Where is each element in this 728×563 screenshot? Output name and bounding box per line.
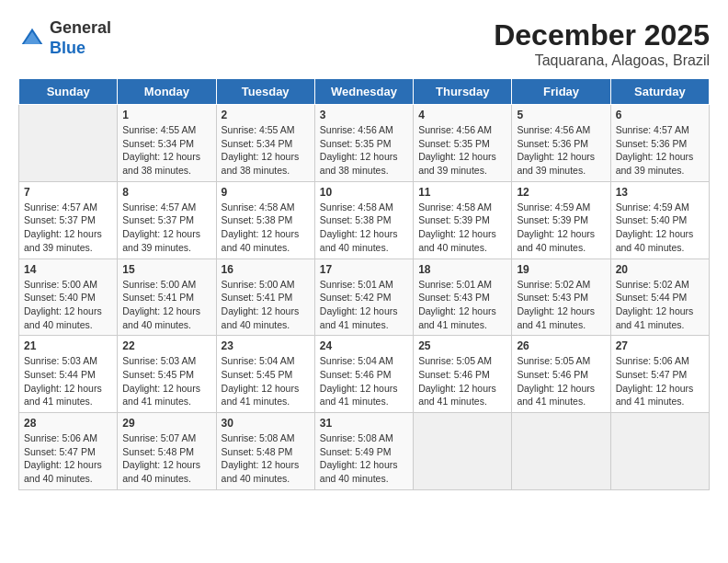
day-info: Sunrise: 5:04 AM Sunset: 5:45 PM Dayligh…	[222, 354, 310, 408]
table-row: 9Sunrise: 4:58 AM Sunset: 5:38 PM Daylig…	[216, 181, 314, 259]
table-row	[610, 413, 709, 490]
day-number: 4	[418, 109, 506, 121]
table-row: 24Sunrise: 5:04 AM Sunset: 5:46 PM Dayli…	[314, 336, 413, 413]
logo-text: General Blue	[50, 18, 111, 58]
day-info: Sunrise: 5:00 AM Sunset: 5:41 PM Dayligh…	[122, 278, 210, 332]
table-row: 10Sunrise: 4:58 AM Sunset: 5:38 PM Dayli…	[314, 181, 413, 259]
day-number: 28	[24, 417, 112, 430]
logo-icon	[18, 25, 46, 52]
table-row: 2Sunrise: 4:55 AM Sunset: 5:34 PM Daylig…	[216, 105, 314, 182]
day-number: 9	[222, 186, 310, 199]
table-row: 8Sunrise: 4:57 AM Sunset: 5:37 PM Daylig…	[118, 181, 216, 259]
day-number: 29	[122, 417, 210, 430]
day-number: 24	[320, 339, 408, 352]
logo: General Blue	[18, 18, 111, 58]
table-row: 28Sunrise: 5:06 AM Sunset: 5:47 PM Dayli…	[19, 413, 118, 490]
col-saturday: Saturday	[610, 79, 709, 105]
table-row: 5Sunrise: 4:56 AM Sunset: 5:36 PM Daylig…	[512, 105, 610, 182]
day-number: 8	[122, 186, 210, 199]
day-number: 25	[418, 339, 506, 352]
table-row: 15Sunrise: 5:00 AM Sunset: 5:41 PM Dayli…	[118, 259, 216, 336]
table-row: 31Sunrise: 5:08 AM Sunset: 5:49 PM Dayli…	[314, 413, 413, 490]
day-info: Sunrise: 4:57 AM Sunset: 5:37 PM Dayligh…	[24, 201, 112, 255]
day-number: 31	[320, 417, 408, 430]
table-row: 16Sunrise: 5:00 AM Sunset: 5:41 PM Dayli…	[216, 259, 314, 336]
table-row: 12Sunrise: 4:59 AM Sunset: 5:39 PM Dayli…	[512, 181, 610, 259]
day-number: 7	[24, 186, 112, 199]
day-number: 13	[616, 186, 704, 199]
day-number: 19	[517, 263, 605, 276]
day-number: 23	[222, 339, 310, 352]
day-info: Sunrise: 4:58 AM Sunset: 5:39 PM Dayligh…	[418, 201, 506, 255]
calendar-week-row: 14Sunrise: 5:00 AM Sunset: 5:40 PM Dayli…	[19, 259, 710, 336]
day-number: 11	[418, 186, 506, 199]
subtitle: Taquarana, Alagoas, Brazil	[494, 52, 710, 69]
day-number: 21	[24, 339, 112, 352]
calendar-week-row: 21Sunrise: 5:03 AM Sunset: 5:44 PM Dayli…	[19, 336, 710, 413]
day-number: 30	[222, 417, 310, 430]
calendar-week-row: 1Sunrise: 4:55 AM Sunset: 5:34 PM Daylig…	[19, 105, 710, 182]
table-row: 25Sunrise: 5:05 AM Sunset: 5:46 PM Dayli…	[414, 336, 512, 413]
day-info: Sunrise: 5:04 AM Sunset: 5:46 PM Dayligh…	[320, 354, 408, 408]
day-info: Sunrise: 5:03 AM Sunset: 5:45 PM Dayligh…	[122, 354, 210, 408]
day-number: 17	[320, 263, 408, 276]
table-row	[414, 413, 512, 490]
day-number: 16	[222, 263, 310, 276]
table-row: 19Sunrise: 5:02 AM Sunset: 5:43 PM Dayli…	[512, 259, 610, 336]
day-info: Sunrise: 5:06 AM Sunset: 5:47 PM Dayligh…	[24, 431, 112, 486]
table-row: 22Sunrise: 5:03 AM Sunset: 5:45 PM Dayli…	[118, 336, 216, 413]
day-info: Sunrise: 4:57 AM Sunset: 5:36 PM Dayligh…	[616, 123, 704, 178]
col-friday: Friday	[512, 79, 610, 105]
calendar-week-row: 28Sunrise: 5:06 AM Sunset: 5:47 PM Dayli…	[19, 413, 710, 490]
table-row: 3Sunrise: 4:56 AM Sunset: 5:35 PM Daylig…	[314, 105, 413, 182]
main-title: December 2025	[494, 18, 710, 52]
day-number: 14	[24, 263, 112, 276]
table-row: 4Sunrise: 4:56 AM Sunset: 5:35 PM Daylig…	[414, 105, 512, 182]
table-row: 14Sunrise: 5:00 AM Sunset: 5:40 PM Dayli…	[19, 259, 118, 336]
day-info: Sunrise: 4:59 AM Sunset: 5:40 PM Dayligh…	[616, 201, 704, 255]
col-monday: Monday	[118, 79, 216, 105]
day-info: Sunrise: 5:05 AM Sunset: 5:46 PM Dayligh…	[418, 354, 506, 408]
table-row	[19, 105, 118, 182]
page-header: General Blue December 2025 Taquarana, Al…	[18, 18, 710, 69]
day-info: Sunrise: 4:58 AM Sunset: 5:38 PM Dayligh…	[320, 201, 408, 255]
logo-general: General	[50, 18, 111, 37]
table-row: 7Sunrise: 4:57 AM Sunset: 5:37 PM Daylig…	[19, 181, 118, 259]
day-info: Sunrise: 5:02 AM Sunset: 5:43 PM Dayligh…	[517, 278, 605, 332]
day-number: 12	[517, 186, 605, 199]
table-row: 11Sunrise: 4:58 AM Sunset: 5:39 PM Dayli…	[414, 181, 512, 259]
table-row: 26Sunrise: 5:05 AM Sunset: 5:46 PM Dayli…	[512, 336, 610, 413]
day-info: Sunrise: 5:08 AM Sunset: 5:48 PM Dayligh…	[222, 431, 310, 486]
col-tuesday: Tuesday	[216, 79, 314, 105]
day-info: Sunrise: 4:56 AM Sunset: 5:35 PM Dayligh…	[418, 123, 506, 178]
table-row	[512, 413, 610, 490]
day-info: Sunrise: 4:56 AM Sunset: 5:36 PM Dayligh…	[517, 123, 605, 178]
table-row: 1Sunrise: 4:55 AM Sunset: 5:34 PM Daylig…	[118, 105, 216, 182]
day-info: Sunrise: 5:00 AM Sunset: 5:41 PM Dayligh…	[222, 278, 310, 332]
table-row: 23Sunrise: 5:04 AM Sunset: 5:45 PM Dayli…	[216, 336, 314, 413]
table-row: 6Sunrise: 4:57 AM Sunset: 5:36 PM Daylig…	[610, 105, 709, 182]
day-info: Sunrise: 5:08 AM Sunset: 5:49 PM Dayligh…	[320, 431, 408, 486]
day-info: Sunrise: 4:58 AM Sunset: 5:38 PM Dayligh…	[222, 201, 310, 255]
day-number: 10	[320, 186, 408, 199]
day-number: 22	[122, 339, 210, 352]
day-number: 2	[222, 109, 310, 121]
table-row: 27Sunrise: 5:06 AM Sunset: 5:47 PM Dayli…	[610, 336, 709, 413]
day-info: Sunrise: 5:03 AM Sunset: 5:44 PM Dayligh…	[24, 354, 112, 408]
day-info: Sunrise: 4:55 AM Sunset: 5:34 PM Dayligh…	[222, 123, 310, 178]
day-info: Sunrise: 5:05 AM Sunset: 5:46 PM Dayligh…	[517, 354, 605, 408]
day-info: Sunrise: 4:56 AM Sunset: 5:35 PM Dayligh…	[320, 123, 408, 178]
day-number: 5	[517, 109, 605, 121]
table-row: 20Sunrise: 5:02 AM Sunset: 5:44 PM Dayli…	[610, 259, 709, 336]
day-info: Sunrise: 4:55 AM Sunset: 5:34 PM Dayligh…	[122, 123, 210, 178]
calendar-week-row: 7Sunrise: 4:57 AM Sunset: 5:37 PM Daylig…	[19, 181, 710, 259]
day-info: Sunrise: 4:59 AM Sunset: 5:39 PM Dayligh…	[517, 201, 605, 255]
day-info: Sunrise: 5:07 AM Sunset: 5:48 PM Dayligh…	[122, 431, 210, 486]
day-number: 20	[616, 263, 704, 276]
day-number: 15	[122, 263, 210, 276]
day-info: Sunrise: 5:00 AM Sunset: 5:40 PM Dayligh…	[24, 278, 112, 332]
day-info: Sunrise: 5:01 AM Sunset: 5:43 PM Dayligh…	[418, 278, 506, 332]
day-number: 3	[320, 109, 408, 121]
day-info: Sunrise: 5:06 AM Sunset: 5:47 PM Dayligh…	[616, 354, 704, 408]
day-info: Sunrise: 5:02 AM Sunset: 5:44 PM Dayligh…	[616, 278, 704, 332]
